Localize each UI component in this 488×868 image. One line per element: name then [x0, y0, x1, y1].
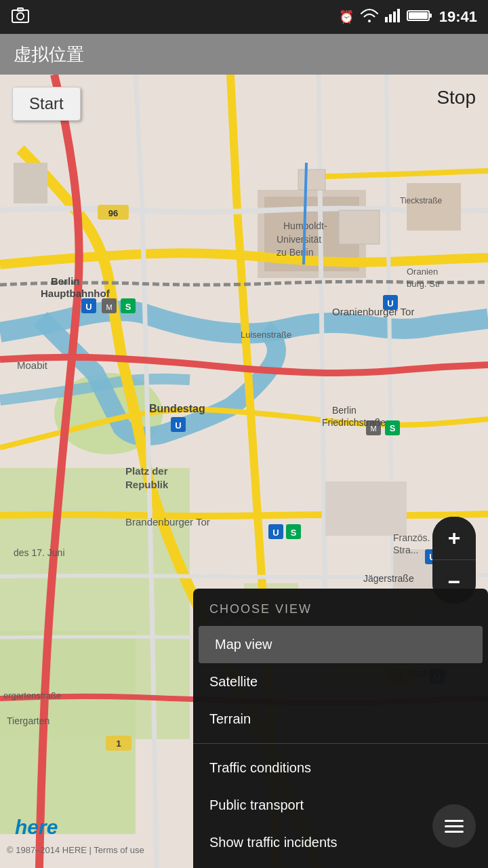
svg-text:96: 96 — [108, 208, 118, 218]
svg-text:Stra...: Stra... — [393, 545, 418, 555]
svg-rect-8 — [409, 12, 428, 19]
map-container[interactable]: U M S U U M S U S U U U 96 1 1 Berlin Ha… — [0, 75, 488, 868]
svg-text:© 1987–2014 HERE | Terms of us: © 1987–2014 HERE | Terms of use — [7, 845, 144, 855]
wifi-icon — [361, 9, 378, 26]
svg-rect-21 — [325, 481, 407, 536]
svg-text:M: M — [106, 303, 112, 311]
svg-text:Moabit: Moabit — [17, 359, 48, 371]
svg-rect-20 — [14, 163, 47, 203]
divider — [193, 743, 488, 744]
svg-text:Tieckstraße: Tieckstraße — [400, 196, 443, 205]
svg-text:Republik: Republik — [125, 479, 169, 490]
svg-text:ergartenstraße: ergartenstraße — [3, 690, 61, 701]
start-button[interactable]: Start — [12, 87, 81, 121]
photo-icon — [11, 6, 30, 28]
traffic-conditions-option[interactable]: Traffic conditions — [193, 749, 488, 787]
svg-point-1 — [17, 13, 24, 20]
show-traffic-incidents-label: Show traffic incidents — [209, 835, 338, 850]
svg-text:Platz der: Platz der — [125, 465, 168, 477]
choose-view-heading: CHOOSE VIEW — [193, 589, 488, 626]
svg-text:Französ.: Französ. — [393, 532, 430, 543]
terrain-option[interactable]: Terrain — [193, 701, 488, 738]
svg-text:Berlin: Berlin — [51, 275, 80, 287]
svg-rect-0 — [12, 10, 28, 22]
alarm-icon: ⏰ — [339, 9, 354, 24]
terrain-label: Terrain — [209, 711, 251, 727]
zoom-in-button[interactable]: + — [432, 517, 476, 560]
svg-rect-19 — [407, 183, 461, 231]
svg-text:Universität: Universität — [277, 234, 321, 245]
map-view-option[interactable]: Map view — [199, 626, 483, 663]
satellite-option[interactable]: Satellite — [193, 663, 488, 701]
svg-text:burg. Str: burg. Str — [407, 279, 441, 289]
svg-text:Jägerstraße: Jägerstraße — [363, 573, 414, 584]
svg-text:Luisenstraße: Luisenstraße — [241, 330, 291, 340]
hamburger-icon — [445, 820, 464, 833]
svg-text:S: S — [125, 302, 131, 312]
svg-text:U: U — [85, 302, 92, 312]
map-view-label: Map view — [215, 637, 272, 652]
svg-rect-17 — [298, 170, 325, 190]
satellite-label: Satellite — [209, 674, 258, 690]
svg-rect-12 — [0, 631, 136, 834]
svg-text:here: here — [15, 816, 58, 838]
svg-rect-4 — [389, 14, 392, 22]
svg-text:1: 1 — [116, 738, 121, 749]
public-transport-label: Public transport — [209, 797, 304, 813]
title-bar: 虚拟位置 — [0, 34, 488, 75]
svg-text:U: U — [272, 528, 279, 538]
svg-rect-9 — [429, 14, 432, 18]
svg-text:zu Berlin: zu Berlin — [277, 247, 313, 258]
svg-rect-5 — [393, 12, 396, 22]
svg-text:Hauptbahnhof: Hauptbahnhof — [41, 288, 110, 299]
page-title: 虚拟位置 — [14, 43, 84, 66]
traffic-conditions-label: Traffic conditions — [209, 760, 311, 776]
svg-text:Oranienburger Tor: Oranienburger Tor — [332, 306, 414, 317]
svg-text:Friedrichstraße: Friedrichstraße — [322, 417, 386, 428]
time-display: 19:41 — [439, 8, 477, 26]
svg-rect-3 — [385, 17, 388, 22]
svg-rect-6 — [397, 9, 400, 22]
battery-indicator — [407, 9, 432, 24]
svg-text:des 17. Juni: des 17. Juni — [14, 547, 65, 558]
svg-text:Bundestag: Bundestag — [149, 403, 205, 414]
svg-text:S: S — [390, 423, 396, 433]
svg-text:Berlin: Berlin — [332, 405, 357, 416]
svg-text:Brandenburger Tor: Brandenburger Tor — [125, 516, 210, 528]
signal-icon — [385, 9, 400, 26]
svg-text:Oranien: Oranien — [407, 267, 438, 277]
menu-button[interactable] — [432, 804, 476, 848]
status-bar: ⏰ 19:41 — [0, 0, 488, 34]
svg-text:S: S — [291, 528, 297, 538]
svg-rect-18 — [339, 210, 380, 244]
svg-text:U: U — [175, 420, 181, 431]
stop-button[interactable]: Stop — [436, 87, 476, 108]
svg-text:Tiergarten: Tiergarten — [7, 715, 49, 726]
